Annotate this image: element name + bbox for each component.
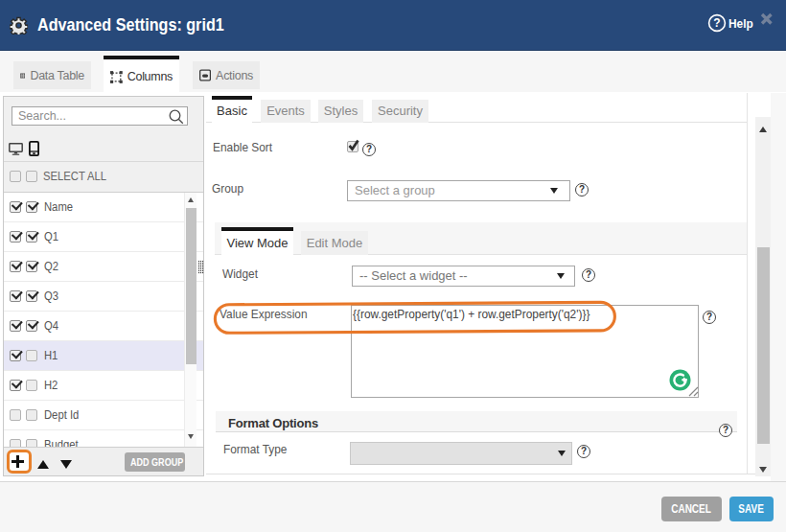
svg-text:?: ? <box>713 16 720 30</box>
